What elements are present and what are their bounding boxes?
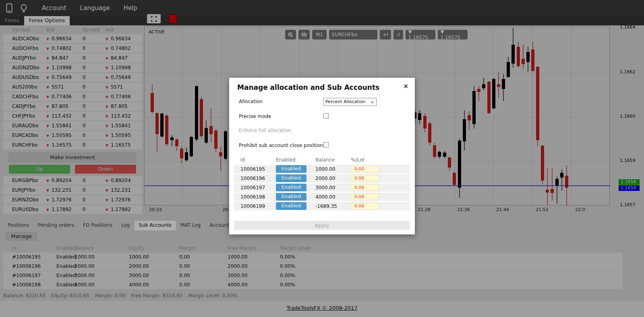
lot-percent-input[interactable] <box>351 184 379 191</box>
sub-account-id: 10006197 <box>240 185 276 191</box>
lot-percent-input[interactable] <box>351 203 379 209</box>
enabled-toggle-button[interactable]: Enabled <box>276 174 306 182</box>
sub-account-balance: 1000.00 <box>315 166 351 172</box>
dialog-title: Manage allocation and Sub Accounts <box>237 83 379 91</box>
prohibit-close-label: Prohibit sub account close positions <box>239 143 325 148</box>
lot-percent-input[interactable] <box>351 166 379 172</box>
allocation-row: 10006197Enabled3000.00 <box>234 183 410 192</box>
allocation-table-header: IdEnabledBalance%/Lot <box>234 155 410 165</box>
lot-percent-input[interactable] <box>351 175 379 182</box>
allocation-selected-value: Percent Allocation <box>325 99 365 104</box>
enforce-full-allocation-label: Enforce full allocation <box>239 128 291 133</box>
enabled-toggle-button[interactable]: Enabled <box>276 193 306 201</box>
allocation-col-header: Id <box>240 157 276 163</box>
sub-account-balance: -1689.35 <box>315 203 351 209</box>
allocation-col-header: Balance <box>315 157 351 163</box>
chevron-down-icon <box>371 101 374 104</box>
sub-account-balance: 2000.00 <box>315 176 351 181</box>
sub-accounts-allocation-table: IdEnabledBalance%/Lot 10006195Enabled100… <box>234 155 410 217</box>
allocation-row: 10006195Enabled1000.00 <box>234 165 410 173</box>
precise-mode-checkbox[interactable] <box>323 113 329 118</box>
sub-account-balance: 4000.00 <box>315 194 351 200</box>
allocation-label: Allocation <box>239 99 263 104</box>
allocation-col-header: Enabled <box>276 157 315 163</box>
enabled-toggle-button[interactable]: Enabled <box>276 184 306 191</box>
allocation-row: 10006199Enabled-1689.35 <box>234 202 410 210</box>
apply-button[interactable]: Apply <box>234 221 410 230</box>
precise-mode-label: Precise mode <box>239 114 271 119</box>
sub-account-id: 10006195 <box>240 166 276 172</box>
close-icon[interactable]: × <box>403 83 408 89</box>
sub-account-balance: 3000.00 <box>315 185 351 191</box>
sub-account-id: 10006198 <box>240 194 276 200</box>
lot-percent-input[interactable] <box>351 193 379 200</box>
manage-allocation-dialog: Manage allocation and Sub Accounts × All… <box>229 78 415 234</box>
enabled-toggle-button[interactable]: Enabled <box>276 165 306 173</box>
sub-account-id: 10006199 <box>240 203 276 209</box>
allocation-row: 10006198Enabled4000.00 <box>234 193 410 201</box>
allocation-col-header: %/Lot <box>351 157 410 163</box>
enabled-toggle-button[interactable]: Enabled <box>276 202 306 210</box>
prohibit-close-checkbox[interactable] <box>323 142 329 147</box>
allocation-row: 10006196Enabled2000.00 <box>234 174 410 182</box>
allocation-select[interactable]: Percent Allocation <box>323 98 377 106</box>
sub-account-id: 10006196 <box>240 176 276 181</box>
